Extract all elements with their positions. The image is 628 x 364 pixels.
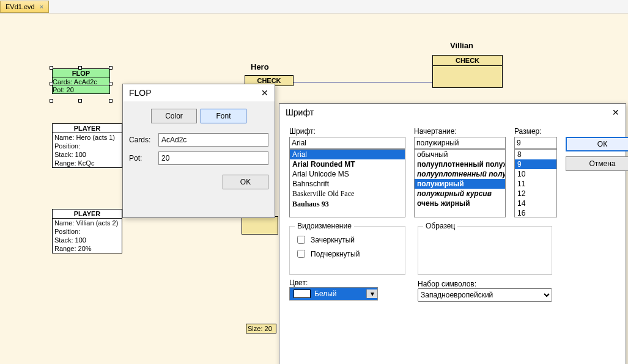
list-item[interactable]: 9 [515, 159, 556, 169]
cards-input[interactable] [158, 133, 268, 147]
strike-checkbox[interactable] [297, 236, 305, 244]
node-title: CHECK [433, 56, 502, 66]
list-item[interactable]: Bahnschrift [290, 179, 405, 189]
dialog-title: Шрифт [286, 107, 314, 117]
color-select[interactable]: Белый ▾ [289, 287, 378, 300]
player-range: Range: KcQc [53, 159, 122, 167]
list-item[interactable]: полууплотненный полужирный [415, 159, 505, 169]
list-item[interactable]: 10 [515, 169, 556, 179]
player2-node[interactable]: PLAYER Name: Villian (acts 2) Position: … [52, 209, 122, 253]
style-listbox[interactable]: обычный полууплотненный полужирный полуу… [414, 149, 506, 217]
list-item[interactable]: Arial Unicode MS [290, 169, 405, 179]
color-swatch [294, 289, 311, 298]
chevron-down-icon[interactable]: ▾ [366, 289, 377, 298]
dialog-title: FLOP [129, 88, 152, 98]
file-tab[interactable]: EVd1.evd × [0, 1, 49, 13]
mod-legend: Видоизменение [295, 222, 354, 230]
font-listbox[interactable]: Arial Arial Rounded MT Arial Unicode MS … [289, 149, 405, 217]
list-item[interactable]: Bauhaus 93 [290, 199, 405, 209]
resize-handle[interactable] [50, 66, 53, 70]
list-item[interactable]: Baskerville Old Face [290, 189, 405, 199]
cards-row: Cards: AcAd2c [53, 78, 109, 86]
partial-node[interactable] [242, 216, 278, 235]
style-input[interactable] [414, 137, 506, 149]
strike-label: Зачеркнутый [311, 236, 355, 244]
tab-label: EVd1.evd [6, 3, 35, 10]
list-item[interactable]: Arial [290, 150, 405, 159]
node-title: PLAYER [53, 124, 122, 133]
player-pos: Position: [53, 142, 122, 150]
list-item[interactable]: 12 [515, 189, 556, 198]
player-stack: Stack: 100 [53, 150, 122, 159]
player-name: Name: Villian (acts 2) [53, 219, 122, 227]
underline-label: Подчеркнутый [311, 250, 360, 258]
connector [294, 82, 434, 82]
player1-node[interactable]: PLAYER Name: Hero (acts 1) Position: Sta… [52, 123, 122, 168]
sample-text: AaBbYyZz [465, 246, 504, 255]
list-item[interactable]: 11 [515, 179, 556, 189]
node-title: FLOP [53, 69, 109, 78]
ok-button[interactable]: ОК [566, 137, 628, 151]
list-item[interactable]: Arial Rounded MT [290, 159, 405, 169]
flop-dialog: FLOP ✕ Color Font Cards: Pot: OK [122, 84, 275, 218]
pot-input[interactable] [158, 151, 268, 165]
player-stack: Stack: 100 [53, 236, 122, 244]
underline-checkbox[interactable] [297, 250, 305, 258]
resize-handle[interactable] [50, 82, 53, 86]
resize-handle[interactable] [109, 99, 113, 103]
font-button[interactable]: Font [201, 109, 246, 123]
resize-handle[interactable] [50, 99, 53, 103]
player-range: Range: 20% [53, 244, 122, 253]
flop-node[interactable]: FLOP Cards: AcAd2c Pot: 20 [52, 68, 110, 94]
ok-button[interactable]: OK [223, 175, 268, 189]
close-icon[interactable]: ✕ [261, 88, 268, 98]
tab-bar: EVd1.evd × [0, 0, 628, 13]
resize-handle[interactable] [78, 66, 82, 70]
size-listbox[interactable]: 8 9 10 11 12 14 16 [514, 149, 557, 217]
pot-row: Pot: 20 [53, 86, 109, 93]
color-button[interactable]: Color [151, 109, 197, 123]
close-icon[interactable]: ✕ [612, 107, 619, 117]
font-input[interactable] [289, 137, 405, 149]
size-label: Размер: [514, 127, 557, 136]
font-label: Шрифт: [289, 127, 405, 136]
list-item[interactable]: полууплотненный полужирный курсив [415, 169, 505, 179]
hero-label: Hero [251, 62, 269, 71]
list-item[interactable]: обычный [415, 150, 505, 159]
sample-legend: Образец [423, 222, 457, 230]
list-item[interactable]: полужирный курсив [415, 189, 505, 198]
list-item[interactable]: очень жирный [415, 198, 505, 208]
player-name: Name: Hero (acts 1) [53, 133, 122, 142]
size-input[interactable] [514, 137, 557, 149]
font-dialog: Шрифт ✕ Шрифт: Arial Arial Rounded MT Ar… [279, 103, 626, 364]
cancel-button[interactable]: Отмена [566, 156, 628, 171]
close-icon[interactable]: × [40, 3, 43, 10]
node-title: PLAYER [53, 209, 122, 219]
style-label: Начертание: [414, 127, 506, 136]
charset-select[interactable]: Западноевропейский [418, 288, 552, 302]
color-value: Белый [314, 289, 336, 298]
list-item[interactable]: полужирный [415, 179, 505, 189]
check-villian-node[interactable]: CHECK [432, 55, 503, 88]
resize-handle[interactable] [109, 66, 113, 70]
cards-label: Cards: [129, 136, 153, 144]
player-pos: Position: [53, 227, 122, 236]
pot-label: Pot: [129, 154, 153, 162]
list-item[interactable]: 14 [515, 198, 556, 208]
sample-box: Образец AaBbYyZz [418, 226, 552, 275]
canvas[interactable]: FLOP Cards: AcAd2c Pot: 20 PLAYER Name: … [0, 13, 628, 364]
villian-label: Villian [450, 41, 473, 50]
list-item[interactable]: 16 [515, 208, 556, 217]
size-node[interactable]: Size: 20 [246, 324, 276, 333]
color-label: Цвет: [289, 278, 405, 287]
resize-handle[interactable] [78, 99, 82, 103]
charset-label: Набор символов: [418, 280, 552, 288]
list-item[interactable]: 8 [515, 150, 556, 159]
resize-handle[interactable] [109, 82, 113, 86]
